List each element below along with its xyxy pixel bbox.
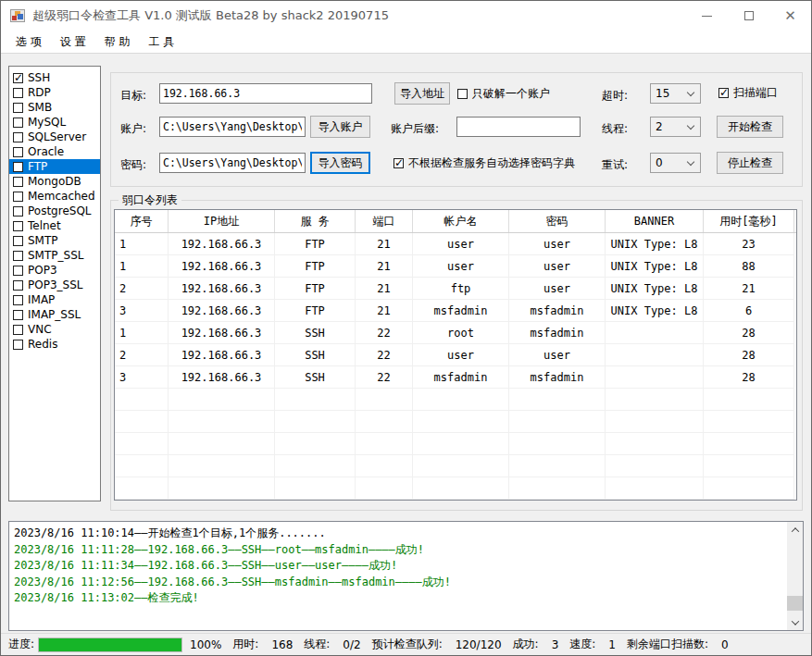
- service-item-postgresql[interactable]: PostgreSQL: [9, 204, 100, 218]
- scroll-down-button[interactable]: [787, 614, 803, 630]
- scrollbar-thumb[interactable]: [787, 596, 803, 611]
- service-item-pop3[interactable]: POP3: [9, 263, 100, 278]
- service-checkbox[interactable]: [13, 118, 23, 128]
- weak-password-group-title: 弱口令列表: [119, 192, 181, 208]
- table-row[interactable]: 1192.168.66.3SSH22rootmsfadmin28: [115, 322, 796, 344]
- service-checkbox[interactable]: [13, 132, 23, 142]
- status-label: 剩余端口扫描数:: [627, 637, 708, 652]
- service-checkbox[interactable]: [13, 192, 23, 202]
- service-item-oracle[interactable]: Oracle: [9, 144, 100, 159]
- service-item-pop3_ssl[interactable]: POP3_SSL: [9, 278, 100, 292]
- table-row[interactable]: 2192.168.66.3FTP21ftpuserUNIX Type: L821: [115, 278, 796, 300]
- service-item-smtp_ssl[interactable]: SMTP_SSL: [9, 248, 100, 263]
- column-header[interactable]: BANNER: [606, 210, 704, 232]
- retry-select[interactable]: 0: [650, 153, 701, 173]
- status-value: 1: [608, 638, 616, 651]
- service-checkbox[interactable]: [13, 236, 23, 246]
- account-file-input[interactable]: [159, 117, 306, 137]
- column-header[interactable]: 帐户名: [413, 210, 509, 232]
- service-item-mysql[interactable]: MySQL: [9, 115, 100, 130]
- table-cell: [704, 411, 794, 433]
- column-header[interactable]: 端口: [356, 210, 413, 232]
- table-cell: user: [509, 278, 606, 300]
- menu-item-settings[interactable]: 设 置: [51, 31, 95, 53]
- service-checkbox[interactable]: [13, 162, 23, 172]
- start-check-button[interactable]: 开始检查: [717, 116, 783, 138]
- table-row[interactable]: 1192.168.66.3FTP21useruserUNIX Type: L88…: [115, 255, 796, 278]
- service-item-imap[interactable]: IMAP: [9, 292, 100, 307]
- column-header[interactable]: 服 务: [275, 210, 356, 232]
- service-item-rdp[interactable]: RDP: [9, 85, 100, 100]
- service-checkbox[interactable]: [13, 280, 23, 291]
- table-cell: [169, 455, 275, 477]
- service-checkbox[interactable]: [13, 103, 23, 113]
- service-checkbox[interactable]: [13, 88, 23, 98]
- service-checkbox[interactable]: [13, 73, 23, 83]
- threads-select[interactable]: 2: [650, 117, 701, 137]
- service-item-ftp[interactable]: FTP: [9, 159, 100, 174]
- service-checkbox[interactable]: [13, 251, 23, 261]
- scroll-up-button[interactable]: [787, 522, 803, 538]
- stop-check-button[interactable]: 停止检查: [717, 152, 783, 174]
- app-window: 超级弱口令检查工具 V1.0 测试版 Beta28 by shack2 2019…: [0, 0, 812, 656]
- table-row[interactable]: 3192.168.66.3FTP21msfadminmsfadminUNIX T…: [115, 300, 796, 322]
- table-cell: [413, 477, 509, 500]
- service-checkbox[interactable]: [13, 221, 23, 231]
- import-account-button[interactable]: 导入账户: [310, 116, 370, 138]
- service-item-ssh[interactable]: SSH: [9, 70, 100, 85]
- table-cell: [606, 322, 704, 344]
- service-item-memcached[interactable]: Memcached: [9, 189, 100, 204]
- service-checkbox[interactable]: [13, 206, 23, 217]
- service-item-imap_ssl[interactable]: IMAP_SSL: [9, 307, 100, 322]
- service-item-smtp[interactable]: SMTP: [9, 233, 100, 248]
- log-line: 2023/8/16 11:10:14——开始检查1个目标,1个服务.......: [14, 526, 784, 542]
- import-password-button[interactable]: 导入密码: [310, 152, 370, 174]
- service-item-telnet[interactable]: Telnet: [9, 218, 100, 233]
- service-checkbox[interactable]: [13, 340, 23, 350]
- service-checkbox[interactable]: [13, 147, 23, 157]
- column-header[interactable]: IP地址: [169, 210, 275, 232]
- column-header[interactable]: 序号: [115, 210, 169, 232]
- table-cell: FTP: [275, 255, 356, 278]
- weak-password-group: 弱口令列表 序号IP地址服 务端口帐户名密码BANNER用时[毫秒] 1192.…: [110, 200, 803, 511]
- only-one-account-checkbox[interactable]: 只破解一个账户: [457, 86, 550, 102]
- log-scrollbar[interactable]: [787, 522, 803, 630]
- menu-item-help[interactable]: 帮 助: [95, 31, 140, 53]
- column-header[interactable]: 密码: [509, 210, 606, 232]
- maximize-button[interactable]: [728, 1, 769, 31]
- service-item-smb[interactable]: SMB: [9, 100, 100, 115]
- checkbox-checked-icon: [394, 158, 404, 168]
- service-checkbox[interactable]: [13, 266, 23, 276]
- minimize-button[interactable]: [686, 1, 728, 31]
- table-row[interactable]: 3192.168.66.3SSH22msfadminmsfadmin28: [115, 366, 796, 389]
- service-item-mongodb[interactable]: MongoDB: [9, 174, 100, 189]
- scan-port-checkbox[interactable]: 扫描端口: [718, 85, 778, 101]
- table-cell: [356, 433, 413, 455]
- menu-item-options[interactable]: 选 项: [6, 31, 51, 53]
- table-cell: [509, 477, 606, 500]
- menu-item-tools[interactable]: 工 具: [139, 31, 183, 53]
- service-checkbox[interactable]: [13, 177, 23, 187]
- password-file-input[interactable]: [159, 153, 306, 173]
- log-output[interactable]: 2023/8/16 11:10:14——开始检查1个目标,1个服务.......…: [8, 521, 804, 631]
- table-row[interactable]: 1192.168.66.3FTP21useruserUNIX Type: L82…: [115, 233, 796, 255]
- service-item-vnc[interactable]: VNC: [9, 322, 100, 337]
- service-checkbox[interactable]: [13, 310, 23, 320]
- table-cell: [275, 477, 356, 500]
- service-label: PostgreSQL: [28, 204, 92, 217]
- import-address-button[interactable]: 导入地址: [394, 82, 450, 105]
- close-button[interactable]: ✕: [769, 1, 811, 31]
- service-checkbox[interactable]: [13, 295, 23, 305]
- target-input[interactable]: [159, 83, 372, 104]
- table-cell: msfadmin: [509, 300, 606, 322]
- service-checkbox[interactable]: [13, 325, 23, 335]
- no-auto-dict-checkbox[interactable]: 不根据检查服务自动选择密码字典: [394, 155, 575, 171]
- timeout-select[interactable]: 15: [650, 83, 701, 104]
- service-item-sqlserver[interactable]: SQLServer: [9, 130, 100, 144]
- table-cell: [606, 344, 704, 366]
- service-label: Memcached: [28, 190, 95, 203]
- account-suffix-input[interactable]: [456, 117, 581, 137]
- table-row[interactable]: 2192.168.66.3SSH22useruser28: [115, 344, 796, 366]
- service-item-redis[interactable]: Redis: [9, 337, 100, 352]
- column-header[interactable]: 用时[毫秒]: [704, 210, 794, 232]
